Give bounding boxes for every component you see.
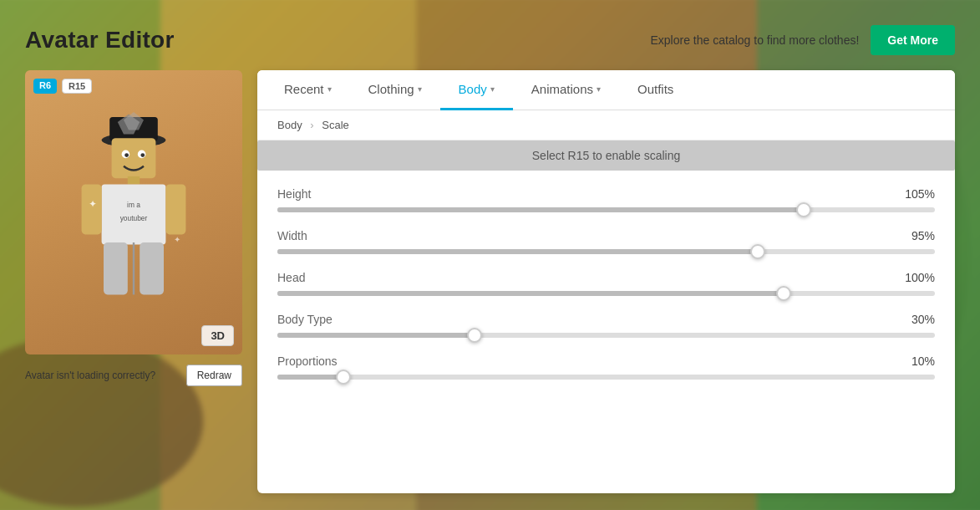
badge-r6[interactable]: R6 [33, 79, 57, 94]
tab-outfits-label: Outfits [637, 82, 673, 96]
breadcrumb: Body › Scale [257, 110, 955, 140]
svg-text:im a: im a [127, 201, 140, 209]
tab-animations-chevron: ▾ [597, 84, 601, 94]
get-more-button[interactable]: Get More [871, 25, 955, 55]
slider-row-proportions: Proportions 10% [277, 354, 935, 380]
avatar-loading-text: Avatar isn't loading correctly? [25, 370, 155, 381]
slider-height-thumb[interactable] [796, 202, 811, 217]
slider-width-value: 95% [911, 229, 935, 242]
slider-body-type-thumb[interactable] [467, 328, 482, 343]
tab-clothing-chevron: ▾ [418, 84, 422, 94]
slider-body-type-fill [277, 333, 475, 338]
3d-button[interactable]: 3D [201, 325, 234, 346]
app-title: Avatar Editor [25, 27, 175, 54]
slider-body-type-label-row: Body Type 30% [277, 313, 935, 326]
editor-panel: Recent ▾ Clothing ▾ Body ▾ Animations ▾ … [257, 70, 955, 493]
slider-width-label: Width [277, 229, 307, 242]
tab-recent-label: Recent [284, 82, 324, 96]
svg-text:✦: ✦ [89, 198, 97, 210]
tab-body-chevron: ▾ [490, 84, 495, 94]
slider-head-label-row: Head 100% [277, 271, 935, 284]
header-right: Explore the catalog to find more clothes… [651, 25, 956, 55]
slider-proportions-value: 10% [911, 354, 935, 368]
slider-head-fill [277, 291, 784, 296]
slider-proportions-track [277, 375, 935, 380]
main-container: Avatar Editor Explore the catalog to fin… [0, 0, 980, 510]
slider-proportions-fill [277, 375, 343, 380]
svg-rect-22 [104, 242, 128, 294]
catalog-text: Explore the catalog to find more clothes… [651, 33, 860, 47]
nav-tabs: Recent ▾ Clothing ▾ Body ▾ Animations ▾ … [257, 70, 955, 110]
slider-proportions-label: Proportions [277, 354, 338, 368]
badge-r15[interactable]: R15 [62, 79, 92, 94]
svg-point-14 [124, 153, 129, 157]
slider-height-label-row: Height 105% [277, 187, 935, 201]
avatar-panel: R6 R15 [25, 70, 242, 493]
tab-outfits[interactable]: Outfits [619, 70, 692, 110]
svg-text:youtuber: youtuber [120, 214, 148, 222]
svg-rect-16 [128, 176, 140, 185]
slider-head-label: Head [277, 271, 305, 284]
tab-recent-chevron: ▾ [328, 84, 332, 94]
tab-clothing-label: Clothing [368, 82, 414, 96]
slider-proportions-label-row: Proportions 10% [277, 354, 935, 368]
svg-text:✦: ✦ [174, 235, 180, 244]
slider-width-thumb[interactable] [750, 244, 765, 259]
svg-rect-11 [112, 138, 156, 178]
avatar-figure: im a youtuber ✦ ✦ [67, 112, 201, 313]
tab-clothing[interactable]: Clothing ▾ [350, 70, 440, 110]
content-row: R6 R15 [25, 70, 955, 493]
slider-head-track [277, 291, 935, 296]
slider-row-head: Head 100% [277, 271, 935, 296]
scale-content: Select R15 to enable scaling Height 105%… [257, 140, 955, 493]
slider-height-label: Height [277, 187, 311, 201]
breadcrumb-scale: Scale [322, 119, 349, 131]
header-row: Avatar Editor Explore the catalog to fin… [25, 25, 955, 55]
slider-row-width: Width 95% [277, 229, 935, 254]
slider-head-value: 100% [905, 271, 935, 284]
tab-body[interactable]: Body ▾ [440, 70, 513, 110]
slider-head-thumb[interactable] [776, 286, 791, 301]
slider-proportions-thumb[interactable] [336, 370, 351, 385]
slider-height-value: 105% [905, 187, 935, 201]
svg-point-15 [140, 153, 145, 157]
tab-animations-label: Animations [531, 82, 593, 96]
slider-height-track [277, 207, 935, 212]
scale-banner: Select R15 to enable scaling [257, 140, 955, 171]
redraw-button[interactable]: Redraw [186, 365, 242, 386]
breadcrumb-sep: › [310, 119, 313, 131]
tab-recent[interactable]: Recent ▾ [266, 70, 350, 110]
tab-body-label: Body [459, 82, 487, 96]
avatar-svg: im a youtuber ✦ ✦ [67, 112, 201, 313]
slider-height-fill [277, 207, 804, 212]
slider-body-type-label: Body Type [277, 313, 333, 326]
slider-row-height: Height 105% [277, 187, 935, 212]
avatar-badges: R6 R15 [33, 79, 92, 94]
slider-width-fill [277, 249, 758, 254]
svg-rect-23 [140, 242, 164, 294]
avatar-bottom-row: Avatar isn't loading correctly? Redraw [25, 365, 242, 386]
slider-body-type-track [277, 333, 935, 338]
slider-row-body-type: Body Type 30% [277, 313, 935, 338]
slider-width-track [277, 249, 935, 254]
breadcrumb-body[interactable]: Body [277, 119, 302, 131]
slider-width-label-row: Width 95% [277, 229, 935, 242]
svg-rect-21 [165, 184, 185, 234]
avatar-box: R6 R15 [25, 70, 242, 354]
tab-animations[interactable]: Animations ▾ [513, 70, 619, 110]
slider-body-type-value: 30% [911, 313, 935, 326]
